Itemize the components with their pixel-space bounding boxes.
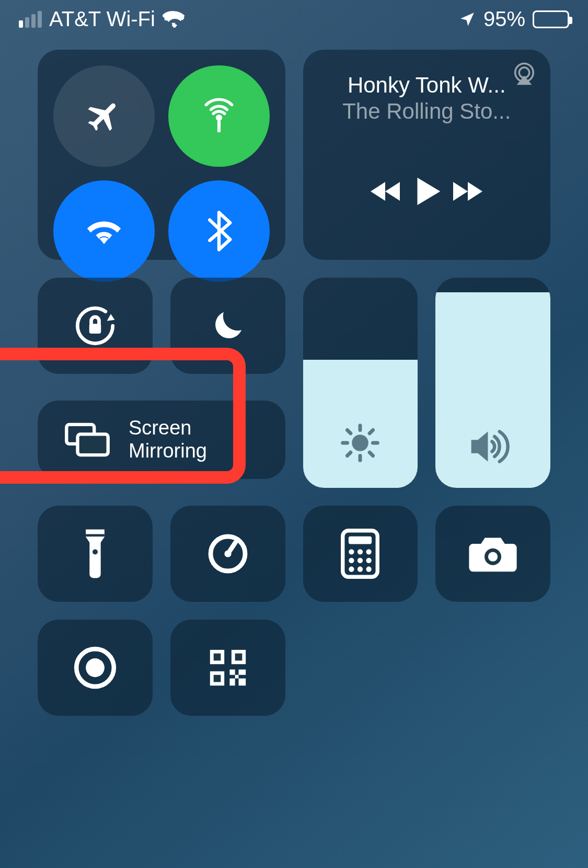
svg-rect-18: [86, 534, 105, 537]
connectivity-cluster[interactable]: [38, 50, 285, 260]
play-button[interactable]: [408, 173, 445, 210]
control-center: Honky Tonk W... The Rolling Sto... Scree…: [0, 34, 588, 716]
svg-point-8: [352, 435, 369, 451]
wifi-icon: [163, 11, 185, 28]
svg-point-31: [366, 566, 372, 572]
svg-rect-45: [238, 679, 246, 686]
bluetooth-toggle[interactable]: [168, 180, 270, 282]
svg-rect-37: [213, 654, 221, 661]
svg-point-26: [349, 558, 354, 563]
battery-percent: 95%: [483, 7, 525, 31]
svg-rect-43: [238, 669, 246, 675]
camera-button[interactable]: [435, 506, 550, 602]
svg-rect-42: [229, 669, 235, 675]
volume-slider[interactable]: [435, 278, 550, 488]
previous-track-button[interactable]: [366, 177, 408, 206]
svg-point-20: [224, 550, 231, 557]
svg-line-15: [348, 452, 351, 455]
media-controls-tile[interactable]: Honky Tonk W... The Rolling Sto...: [303, 50, 551, 260]
next-track-button[interactable]: [445, 177, 487, 206]
screen-mirroring-icon: [64, 421, 111, 458]
orientation-lock-toggle[interactable]: [38, 278, 153, 374]
status-left: AT&T Wi-Fi: [19, 7, 185, 31]
svg-rect-22: [349, 536, 372, 544]
qr-scanner-button[interactable]: [170, 620, 285, 716]
do-not-disturb-toggle[interactable]: [170, 278, 285, 374]
svg-point-23: [349, 549, 354, 554]
svg-point-28: [366, 558, 372, 563]
svg-point-25: [366, 549, 372, 554]
media-transport-controls: [366, 134, 487, 248]
battery-icon: [533, 10, 569, 28]
airplay-icon[interactable]: [511, 60, 538, 87]
cellular-signal-icon: [19, 11, 42, 28]
svg-rect-46: [235, 675, 238, 679]
volume-icon: [435, 428, 550, 465]
media-track-title: Honky Tonk W...: [348, 73, 506, 98]
screen-mirroring-label: Screen Mirroring: [129, 417, 207, 462]
flashlight-button[interactable]: [38, 506, 153, 602]
svg-point-17: [93, 549, 98, 554]
svg-point-27: [358, 558, 363, 563]
svg-line-13: [348, 430, 351, 433]
status-bar: AT&T Wi-Fi 95%: [0, 0, 588, 34]
status-right: 95%: [458, 7, 569, 31]
calculator-button[interactable]: [303, 506, 418, 602]
svg-point-0: [215, 115, 222, 121]
svg-point-35: [86, 658, 105, 677]
svg-rect-44: [229, 679, 235, 686]
svg-point-24: [358, 549, 363, 554]
svg-line-14: [370, 452, 373, 455]
timer-button[interactable]: [170, 506, 285, 602]
svg-rect-41: [213, 675, 221, 682]
carrier-label: AT&T Wi-Fi: [49, 7, 155, 31]
cellular-data-toggle[interactable]: [168, 65, 270, 167]
svg-point-29: [349, 566, 354, 572]
svg-rect-7: [77, 434, 108, 455]
airplane-mode-toggle[interactable]: [53, 65, 155, 167]
svg-rect-39: [235, 654, 242, 661]
location-icon: [458, 10, 476, 28]
svg-point-33: [488, 552, 498, 562]
brightness-slider[interactable]: [303, 278, 418, 488]
svg-point-30: [358, 566, 363, 572]
wifi-toggle[interactable]: [53, 180, 155, 282]
brightness-icon: [303, 421, 418, 465]
screen-record-button[interactable]: [38, 620, 153, 716]
screen-mirroring-button[interactable]: Screen Mirroring: [38, 401, 285, 479]
media-artist: The Rolling Sto...: [342, 99, 511, 124]
svg-line-16: [370, 430, 373, 433]
